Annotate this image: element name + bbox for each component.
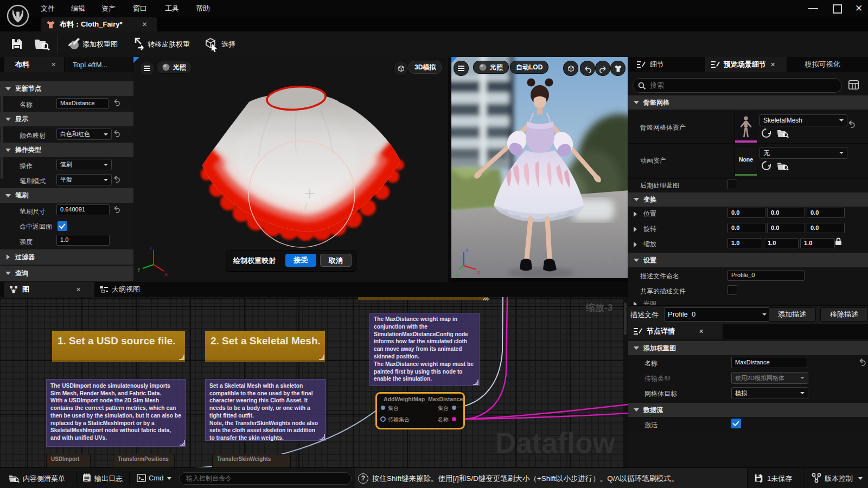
svg-text:y: y [456, 272, 458, 277]
svg-text:集合: 集合 [438, 405, 449, 411]
svg-text:名称: 名称 [438, 416, 449, 422]
svg-text:z: z [466, 248, 469, 253]
svg-text:传输集合: 传输集合 [388, 416, 410, 422]
svg-text:y: y [138, 266, 141, 272]
svg-text:集合: 集合 [388, 405, 399, 411]
svg-text:x: x [477, 269, 480, 275]
svg-text:x: x [165, 272, 168, 277]
svg-text:z: z [150, 245, 152, 251]
